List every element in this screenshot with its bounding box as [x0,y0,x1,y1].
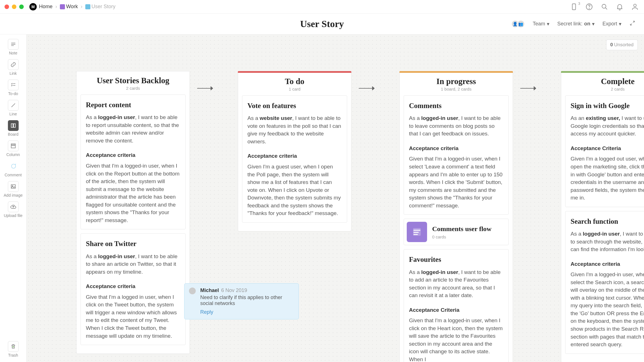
tool-column[interactable]: Column [3,141,23,157]
breadcrumb: Home › Work › User Story [39,4,116,10]
arrow-icon [359,85,375,93]
acceptance-criteria-body: Given that I'm a logged-in user, when I … [409,317,503,362]
tool-add-image[interactable]: Add image [3,181,23,198]
tool-note[interactable]: Note [3,39,23,55]
userflow-subtitle: 0 cards [432,234,491,240]
card-title: Search function [571,216,644,227]
chevron-down-icon: ▾ [619,21,621,27]
column-todo[interactable]: To do1 card Vote on features As a websit… [238,71,351,231]
card-title: Report content [86,100,180,110]
export-dropdown[interactable]: Export ▾ [602,21,621,27]
board-icon [407,222,427,242]
acceptance-criteria-label: Acceptance Criteria [571,144,644,152]
card-body: As an existing user, I want to use my Go… [571,114,644,138]
column-title: In progress [404,77,509,86]
column-backlog[interactable]: User Stories Backlog2 cards Report conte… [76,71,190,354]
breadcrumb-home[interactable]: Home [39,4,53,10]
card-title: Share on Twitter [86,239,180,249]
reply-button[interactable]: Reply [200,309,293,315]
tool-comment[interactable]: Comment [3,161,23,177]
svg-rect-6 [13,124,15,128]
acceptance-criteria-label: Acceptance criteria [86,151,180,159]
chevron-down-icon: ▾ [592,21,595,27]
user-icon[interactable] [630,2,639,11]
card-favourites[interactable]: Favourites As a logged-in user, I want t… [404,249,509,362]
window-titlebar: M Home › Work › User Story 3 [0,0,644,14]
device-count-badge: 3 [578,2,580,6]
unsorted-pill[interactable]: 0Unsorted [606,40,638,50]
card-body: As a logged-in user, I want to be able t… [571,230,644,253]
card-body: As a website user, I want to be able to … [247,114,342,145]
arrow-icon [197,85,214,93]
close-window-button[interactable] [5,5,9,9]
card-body: As a logged-in user, I want to be able t… [86,113,180,144]
device-icon[interactable]: 3 [569,2,578,11]
svg-rect-8 [11,145,15,148]
svg-point-3 [602,4,606,8]
bell-icon[interactable] [615,2,624,11]
toolbox: Note Link To-do Line Board Column Commen… [0,34,27,362]
card-title: Favourites [409,255,503,265]
tool-todo[interactable]: To-do [3,80,23,96]
tool-board[interactable]: Board [3,120,23,137]
svg-rect-0 [572,4,576,10]
fullscreen-window-button[interactable] [19,5,24,9]
column-subtitle: 2 cards [565,87,644,91]
card-comments[interactable]: Comments As a logged-in user, I want to … [404,95,509,215]
tool-line[interactable]: Line [3,100,23,116]
acceptance-criteria-body: Given that I'm a logged-in user, when I … [86,162,180,224]
column-in-progress[interactable]: In progress1 board, 2 cards Comments As … [399,71,513,362]
column-subtitle: 2 cards [80,86,186,91]
chevron-right-icon: › [55,4,57,10]
card-title: Vote on features [247,101,342,111]
card-search-function[interactable]: Search function As a logged-in user, I w… [565,211,644,354]
card-body: As a logged-in user, I want to be able t… [409,114,503,138]
chevron-right-icon: › [81,4,82,10]
acceptance-criteria-label: Acceptance criteria [571,260,644,268]
column-complete[interactable]: Complete2 cards Sign in with Google As a… [561,71,644,362]
comment-bubble[interactable]: Michael6 Nov 2019 Need to clarify if thi… [184,283,299,319]
svg-point-4 [634,4,636,6]
comment-body: Need to clarify if this applies to other… [200,295,293,306]
card-share-twitter[interactable]: Share on Twitter As a logged-in user, I … [80,233,186,345]
breadcrumb-current: User Story [85,4,116,10]
traffic-lights [5,5,24,9]
svg-rect-5 [11,124,13,128]
card-vote-features[interactable]: Vote on features As a website user, I wa… [242,95,347,223]
card-report-content[interactable]: Report content As a logged-in user, I wa… [80,95,186,229]
minimize-window-button[interactable] [12,5,16,9]
acceptance-criteria-body: Given I'm a logged-in user, when I selec… [571,271,644,348]
canvas[interactable]: 0Unsorted User Stories Backlog2 cards Re… [27,34,644,362]
acceptance-criteria-label: Acceptance criteria [86,282,180,290]
userflow-title: Comments user flow [432,224,491,234]
acceptance-criteria-label: Acceptance criteria [247,152,342,160]
tool-upload-file[interactable]: Upload file [3,201,23,218]
arrow-icon [520,85,537,93]
acceptance-criteria-body: Given that I'm a logged-in user, when I … [409,155,503,209]
column-title: To do [242,77,347,86]
column-subtitle: 1 card [242,87,347,91]
collaborator-avatars[interactable]: 👤 👥 [514,20,525,28]
card-userflow[interactable]: Comments user flow0 cards [404,219,509,245]
secret-link-toggle[interactable]: Secret link: on ▾ [557,21,595,27]
acceptance-criteria-body: Given I'm a guest user, when I open the … [247,163,342,217]
avatar [189,288,196,294]
page-title: User Story [300,19,344,29]
tool-link[interactable]: Link [3,59,23,76]
card-title: Sign in with Google [571,101,644,111]
tool-trash[interactable]: Trash [3,341,23,357]
app-logo[interactable]: M [29,3,37,10]
chevron-down-icon: ▾ [547,21,549,27]
acceptance-criteria-body: Given I'm a logged out user, when I open… [571,155,644,201]
team-dropdown[interactable]: Team ▾ [533,21,549,27]
acceptance-criteria-label: Acceptance criteria [409,144,503,152]
comment-date: 6 Nov 2019 [221,288,247,293]
breadcrumb-work[interactable]: Work [60,4,78,10]
comment-author: Michael [200,288,219,293]
card-google-signin[interactable]: Sign in with Google As an existing user,… [565,95,644,207]
help-icon[interactable] [585,2,594,11]
card-body: As a logged-in user, I want to be able t… [409,268,503,299]
card-body: As a logged-in user, I want to be able t… [86,253,180,276]
expand-icon[interactable] [629,20,636,28]
search-icon[interactable] [600,2,609,11]
